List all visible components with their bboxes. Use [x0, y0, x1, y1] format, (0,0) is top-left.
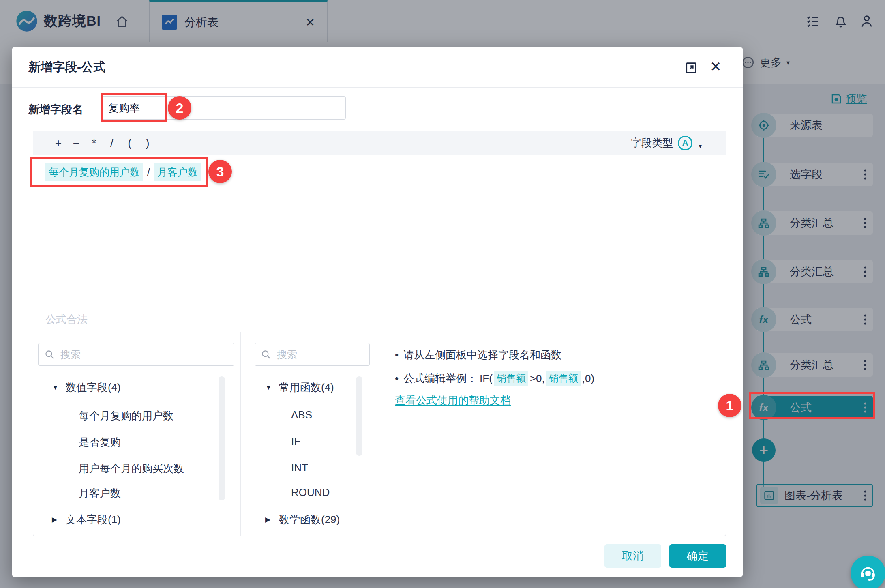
tip-line-1: • 请从左侧面板中选择字段名和函数	[395, 348, 561, 362]
function-item[interactable]: ABS	[291, 409, 312, 421]
expand-window-icon[interactable]	[684, 61, 698, 75]
field-item[interactable]: 是否复购	[79, 435, 121, 449]
cancel-button[interactable]: 取消	[604, 544, 661, 568]
app-screen: 数跨境BI 分析表 ✕	[0, 0, 885, 588]
field-type-caret-icon: ▼	[697, 143, 703, 149]
functions-search-box[interactable]	[255, 343, 370, 366]
annotation-number-1: 1	[718, 394, 741, 417]
add-field-formula-modal: 新增字段-公式 ✕ 新增字段名 + − * / ( ) 字段类型 A	[12, 47, 743, 577]
operator-open-paren-button[interactable]: (	[121, 137, 139, 150]
fields-section-text[interactable]: ▶ 文本字段(1)	[52, 513, 121, 527]
customer-support-chat-button[interactable]	[851, 556, 885, 588]
search-icon	[261, 349, 271, 360]
expand-arrow-icon[interactable]: ▼	[52, 384, 66, 392]
editor-divider	[33, 332, 726, 332]
formula-help-link[interactable]: 查看公式使用的帮助文档	[395, 393, 511, 408]
fields-section-numeric[interactable]: ▼ 数值字段(4)	[52, 380, 121, 395]
functions-search-input[interactable]	[276, 348, 364, 361]
field-type-a-badge-icon: A	[678, 136, 692, 150]
field-type-control[interactable]: 字段类型 A ▼	[631, 136, 703, 150]
example-token: 销售额	[546, 371, 581, 386]
field-item[interactable]: 月客户数	[79, 486, 121, 500]
operator-close-paren-button[interactable]: )	[139, 137, 156, 150]
fields-scrollbar[interactable]	[219, 376, 225, 500]
functions-scrollbar[interactable]	[356, 376, 362, 456]
column-divider	[380, 332, 380, 536]
footer-divider	[33, 536, 726, 536]
annotation-box-field-name	[101, 93, 167, 122]
field-type-label: 字段类型	[631, 136, 673, 150]
tip-line-2: • 公式编辑举例： IF( 销售额 >0, 销售额 ,0)	[395, 371, 594, 386]
fields-search-box[interactable]	[38, 343, 234, 366]
column-divider	[240, 332, 241, 536]
annotation-number-2: 2	[168, 96, 191, 120]
expand-arrow-icon[interactable]: ▼	[265, 384, 279, 392]
annotation-box-formula-step	[749, 392, 875, 419]
function-item[interactable]: INT	[291, 461, 308, 474]
field-item[interactable]: 每个月复购的用户数	[79, 409, 174, 423]
fields-search-input[interactable]	[60, 348, 228, 361]
modal-title: 新增字段-公式	[28, 59, 105, 75]
annotation-number-3: 3	[208, 160, 232, 183]
operator-minus-button[interactable]: −	[67, 137, 85, 150]
example-token: 销售额	[494, 371, 528, 386]
function-item[interactable]: ROUND	[291, 486, 330, 499]
operator-multiply-button[interactable]: *	[85, 137, 103, 150]
functions-section-math[interactable]: ▶ 数学函数(29)	[265, 513, 340, 527]
close-modal-icon[interactable]: ✕	[710, 58, 722, 75]
functions-section-common[interactable]: ▼ 常用函数(4)	[265, 380, 334, 395]
field-name-label: 新增字段名	[28, 102, 83, 117]
operator-toolbar: + − * / ( ) 字段类型 A ▼	[33, 131, 726, 155]
modal-header: 新增字段-公式 ✕	[12, 47, 743, 88]
confirm-button[interactable]: 确定	[669, 544, 726, 568]
annotation-box-formula	[30, 157, 208, 187]
collapse-arrow-icon[interactable]: ▶	[52, 515, 66, 524]
collapse-arrow-icon[interactable]: ▶	[265, 515, 279, 524]
formula-valid-status: 公式合法	[45, 312, 88, 326]
operator-divide-button[interactable]: /	[103, 137, 121, 150]
operator-plus-button[interactable]: +	[49, 137, 67, 150]
headset-icon	[859, 564, 877, 582]
field-item[interactable]: 用户每个月的购买次数	[79, 461, 184, 476]
formula-editor: + − * / ( ) 字段类型 A ▼ 每个月复购的用户数 / 月客户数 公式…	[33, 131, 726, 536]
function-item[interactable]: IF	[291, 435, 300, 448]
search-icon	[44, 349, 55, 360]
